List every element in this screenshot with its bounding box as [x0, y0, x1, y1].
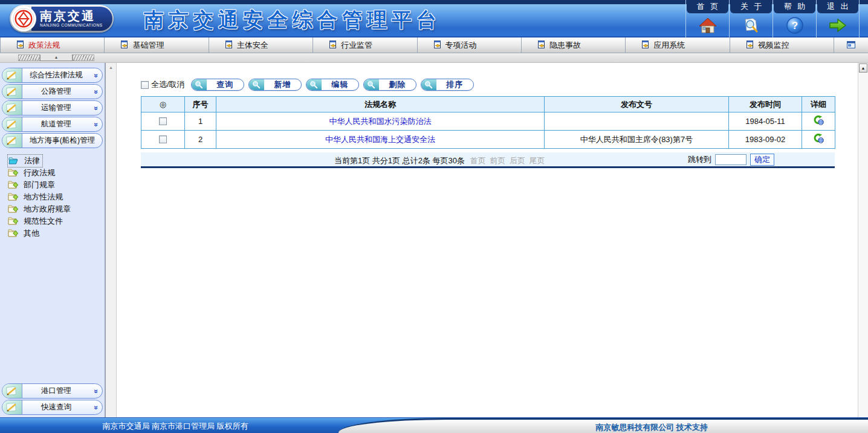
detail-globe-icon[interactable]: [813, 137, 824, 146]
tab-video-surveillance[interactable]: 视频监控: [730, 37, 834, 53]
tab-industry-supervision[interactable]: 行业监管: [313, 37, 417, 53]
tab-subject-safety[interactable]: 主体安全: [209, 37, 313, 53]
col-header-seq: 序号: [185, 97, 216, 112]
logo-en: NANJING COMMUNICATIONS: [40, 22, 109, 28]
notepad-pencil-icon: [2, 134, 22, 148]
submenu-label: 地方性法规: [24, 192, 63, 203]
row-date: 1984-05-11: [729, 112, 802, 131]
button-label: 编辑: [322, 79, 358, 90]
sidebar-bottom-groups: 港口管理 » 快速查询 »: [0, 382, 105, 416]
query-button[interactable]: 查询: [191, 79, 244, 91]
menu-item-about[interactable]: 关 于: [729, 0, 772, 37]
sidebar-group-port-management[interactable]: 港口管理 »: [2, 383, 103, 399]
tab-hidden-danger-accidents[interactable]: 隐患事故: [522, 37, 626, 53]
add-button[interactable]: 新增: [248, 79, 302, 91]
logo-emblem-icon: [11, 6, 36, 31]
footer: 南京市交通局 南京市港口管理局 版权所有 南京敏思科技有限公司 技术支持: [0, 417, 868, 433]
folder-icon: [8, 217, 19, 227]
sidebar-group-quick-query[interactable]: 快速查询 »: [2, 400, 103, 415]
tab-doc-icon: [329, 41, 337, 50]
tab-doc-icon: [641, 41, 649, 50]
row-checkbox[interactable]: [159, 117, 167, 125]
submenu-item-local-government-rules[interactable]: 地方政府规章: [8, 203, 105, 215]
col-header-name: 法规名称: [216, 97, 545, 112]
sidebar-group-waterway-management[interactable]: 航道管理 »: [2, 117, 103, 132]
jump-page-input[interactable]: [715, 154, 747, 165]
group-label: 航道管理: [22, 119, 90, 129]
submenu-item-local-regulations[interactable]: 地方性法规: [8, 191, 105, 203]
button-label: 查询: [207, 79, 244, 90]
prev-page-link[interactable]: 前页: [490, 156, 505, 165]
folder-icon: [8, 192, 19, 203]
tab-basic-management[interactable]: 基础管理: [105, 37, 209, 53]
detail-globe-icon[interactable]: [813, 119, 824, 128]
button-label: 删除: [379, 79, 416, 90]
group-label: 运输管理: [22, 103, 90, 113]
tab-policy-regulations[interactable]: 政策法规: [0, 37, 105, 53]
row-seq: 1: [185, 112, 216, 131]
delete-button[interactable]: 删除: [363, 79, 416, 91]
notepad-pencil-icon: [2, 400, 22, 414]
row-date: 1983-09-02: [729, 131, 802, 149]
tab-doc-icon: [16, 41, 24, 50]
row-doc-no: [545, 112, 729, 131]
row-doc-no: 中华人民共和国主席令(83)第7号: [545, 131, 729, 149]
content-scrollbar[interactable]: ▲: [105, 63, 117, 417]
submenu-item-law[interactable]: 法律: [8, 155, 105, 167]
tab-doc-icon: [746, 41, 754, 50]
tab-doc-icon: [225, 41, 233, 50]
select-all-checkbox[interactable]: [141, 81, 149, 89]
sidebar-group-transport-management[interactable]: 运输管理 »: [2, 100, 103, 116]
table-row: 2 中华人民共和国海上交通安全法 中华人民共和国主席令(83)第7号 1983-…: [141, 131, 835, 149]
next-page-link[interactable]: 后页: [510, 156, 525, 165]
logo-text: 南京交通 NANJING COMMUNICATIONS: [31, 7, 112, 31]
collapse-up-icon: ▲: [40, 54, 73, 61]
magnifier-icon: [249, 79, 264, 90]
edit-button[interactable]: 编辑: [306, 79, 359, 91]
chevron-double-icon: »: [92, 119, 100, 131]
tab-special-activities[interactable]: 专项活动: [418, 37, 522, 53]
submenu-item-other[interactable]: 其他: [8, 227, 105, 239]
main-panel: 全选/取消 查询 新增 编辑 删除: [117, 63, 858, 417]
sidebar-collapse-handle[interactable]: ▲: [18, 54, 94, 61]
col-header-detail: 详细: [802, 97, 835, 112]
confirm-button[interactable]: 确定: [750, 154, 774, 166]
top-menu: 首 页 关 于 帮 助 ? 退 出: [685, 0, 860, 37]
tab-application-systems[interactable]: 应用系统: [626, 37, 730, 53]
sidebar-group-comprehensive-laws[interactable]: 综合性法律法规 »: [2, 68, 103, 83]
tab-doc-icon: [537, 41, 545, 50]
table-header-row: ◎ 序号 法规名称 发布文号 发布时间 详细: [141, 97, 835, 112]
row-checkbox[interactable]: [159, 135, 167, 143]
pagination-info: 当前第1页 共分1页 总计2条 每页30条 首页 前页 后页 尾页: [334, 155, 547, 166]
group-label: 港口管理: [22, 386, 90, 396]
collapse-strip: ▲: [0, 53, 868, 63]
tab-label: 专项活动: [445, 40, 477, 51]
window-scrollbar[interactable]: ▲: [858, 63, 868, 417]
last-page-link[interactable]: 尾页: [530, 156, 545, 165]
scroll-up-icon[interactable]: ▲: [859, 63, 867, 73]
regulation-link[interactable]: 中华人民共和国水污染防治法: [329, 117, 432, 126]
regulation-link[interactable]: 中华人民共和国海上交通安全法: [325, 135, 435, 144]
scroll-up-icon[interactable]: ▲: [109, 65, 113, 70]
submenu-label: 规范性文件: [24, 216, 63, 227]
submenu-item-administrative-regulations[interactable]: 行政法规: [8, 167, 105, 179]
window-layout-button[interactable]: [834, 37, 868, 53]
folder-icon: [8, 229, 19, 239]
submenu-label: 行政法规: [24, 168, 55, 178]
content-region: 综合性法律法规 » 公路管理 » 运输管理 » 航道管理 » 地方海事(船检)管…: [0, 63, 868, 417]
button-label: 新增: [264, 79, 301, 90]
tab-label: 政策法规: [28, 40, 60, 51]
page-jump: 跳转到 确定: [688, 154, 774, 166]
chevron-double-icon: »: [92, 385, 100, 397]
sidebar-group-maritime-management[interactable]: 地方海事(船检)管理: [2, 133, 103, 148]
page-title: 南京交通安全综合管理平台: [144, 7, 441, 34]
sidebar-group-highway-management[interactable]: 公路管理 »: [2, 84, 103, 99]
pagination-summary: 当前第1页 共分1页 总计2条 每页30条: [334, 156, 465, 165]
menu-item-exit[interactable]: 退 出: [816, 0, 860, 37]
submenu-item-normative-documents[interactable]: 规范性文件: [8, 215, 105, 227]
submenu-item-department-rules[interactable]: 部门规章: [8, 179, 105, 191]
menu-item-home[interactable]: 首 页: [685, 0, 729, 37]
sort-button[interactable]: 排序: [421, 79, 474, 91]
menu-item-help[interactable]: 帮 助 ?: [772, 0, 816, 37]
first-page-link[interactable]: 首页: [470, 156, 486, 165]
